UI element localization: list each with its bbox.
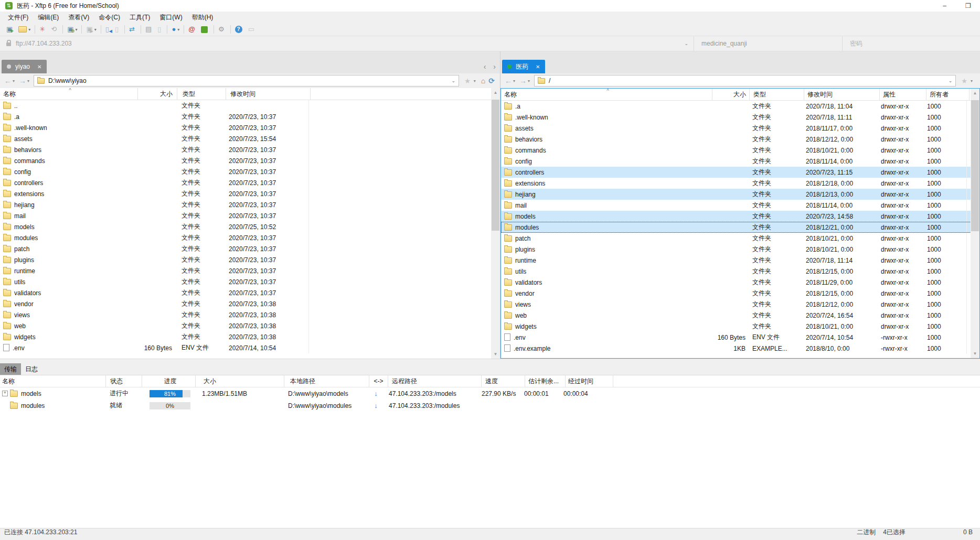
tab-transfer[interactable]: 传输	[0, 363, 21, 375]
xshell-icon[interactable]: @	[186, 24, 199, 35]
column-header-remote-path[interactable]: 远程路径	[388, 375, 482, 387]
reconnect-icon[interactable]: ⟲	[49, 24, 60, 35]
help-icon[interactable]: ?	[233, 24, 246, 35]
column-header-status[interactable]: 状态	[106, 375, 142, 387]
column-header-size[interactable]: 大小	[138, 88, 177, 100]
toolbar-button[interactable]	[214, 25, 214, 34]
column-header-type[interactable]: 类型	[177, 88, 226, 100]
file-row[interactable]: modules 文件夹 2018/12/21, 0:00 drwxr-xr-x …	[501, 222, 979, 233]
file-row[interactable]: extensions 文件夹 2018/12/18, 0:00 drwxr-xr…	[501, 178, 979, 189]
column-header-owner[interactable]: 所有者	[926, 89, 970, 100]
expand-icon[interactable]: +	[2, 391, 8, 396]
queue-icon[interactable]: ▤	[143, 24, 155, 35]
forward-history-caret-icon[interactable]: ▾	[528, 79, 530, 83]
tab-yiyao[interactable]: yiyao ✕	[2, 60, 47, 73]
file-row[interactable]: .. 文件夹	[0, 100, 500, 111]
column-header-mtime[interactable]: 修改时间	[226, 88, 311, 100]
column-header-name[interactable]: 名称	[0, 375, 106, 387]
file-row[interactable]: patch 文件夹 2020/7/23, 10:37	[0, 243, 500, 254]
local-scrollbar[interactable]: ▲ ▼	[491, 88, 500, 359]
url-input[interactable]: ftp://47.104.233.203 ⌄	[0, 36, 694, 51]
back-icon[interactable]: ←	[505, 77, 512, 85]
scroll-down-icon[interactable]: ▼	[491, 350, 500, 359]
tab-yiyao-remote[interactable]: 医药 ✕	[502, 60, 545, 73]
file-row[interactable]: vendor 文件夹 2020/7/23, 10:38	[0, 298, 500, 309]
local-path-input[interactable]: D:\www\yiyao ⌄	[34, 75, 459, 87]
forward-icon[interactable]: →	[519, 77, 527, 85]
forward-icon[interactable]: →	[19, 77, 26, 85]
options-gear-icon[interactable]: ⚙	[216, 24, 228, 35]
file-row[interactable]: validators 文件夹 2020/7/23, 10:37	[0, 287, 500, 298]
tab-log[interactable]: 日志	[21, 363, 42, 375]
transfer-row[interactable]: + models 进行中 81% 1.23MB/1.51MB D:\www\yi…	[0, 387, 980, 399]
back-history-caret-icon[interactable]: ▾	[513, 79, 515, 83]
horizontal-splitter[interactable]	[0, 359, 980, 363]
file-row[interactable]: assets 文件夹 2018/11/17, 0:00 drwxr-xr-x 1…	[501, 123, 979, 134]
password-input[interactable]: 密码	[843, 36, 980, 51]
column-header-speed[interactable]: 速度	[482, 375, 525, 387]
file-row[interactable]: .env 160 Bytes ENV 文件 2020/7/14, 10:54 -…	[501, 332, 979, 343]
transfer-row[interactable]: modules 就绪 0% D:\www\yiyao\modules ↓ 47.…	[0, 399, 980, 412]
file-row[interactable]: behaviors 文件夹 2018/12/12, 0:00 drwxr-xr-…	[501, 134, 979, 145]
open-in-terminal-icon[interactable]: ▣ ▶ ▾	[84, 24, 98, 35]
toolbar-button[interactable]	[35, 25, 35, 34]
column-header-mtime[interactable]: 修改时间	[804, 89, 880, 100]
file-row[interactable]: web 文件夹 2020/7/24, 16:54 drwxr-xr-x 1000	[501, 310, 979, 321]
file-row[interactable]: .env.example 1KB EXAMPLE... 2018/8/10, 0…	[501, 343, 979, 354]
menu-tools[interactable]: 工具(T)	[125, 13, 155, 22]
toolbar-button[interactable]	[167, 25, 167, 34]
session-properties-icon[interactable]: ▣ ⚙ ▾	[65, 24, 79, 35]
minimize-button[interactable]: –	[933, 0, 956, 12]
favorites-caret-icon[interactable]: ▾	[971, 79, 973, 83]
file-row[interactable]: plugins 文件夹 2018/10/21, 0:00 drwxr-xr-x …	[501, 244, 979, 255]
file-row[interactable]: hejiang 文件夹 2020/7/23, 10:37	[0, 199, 500, 210]
file-row[interactable]: extensions 文件夹 2020/7/23, 10:37	[0, 188, 500, 199]
toolbar-button[interactable]	[124, 25, 125, 34]
column-header-eta[interactable]: 估计剩余...	[525, 375, 566, 387]
open-icon[interactable]: ▾	[16, 24, 33, 35]
file-row[interactable]: models 文件夹 2020/7/25, 10:52	[0, 221, 500, 232]
remote-scrollbar[interactable]: ▲ ▼	[971, 89, 979, 358]
transfer-icon[interactable]: ▯ ◀	[103, 24, 113, 35]
menu-help[interactable]: 帮助(H)	[187, 13, 218, 22]
file-row[interactable]: .well-known 文件夹 2020/7/18, 11:11 drwxr-x…	[501, 112, 979, 123]
new-session-icon[interactable]: ▣ ✚	[4, 24, 16, 35]
toolbar-button[interactable]	[101, 25, 101, 34]
home-icon[interactable]: ⌂	[481, 77, 485, 85]
file-row[interactable]: config 文件夹 2020/7/23, 10:37	[0, 166, 500, 177]
file-row[interactable]: hejiang 文件夹 2018/12/13, 0:00 drwxr-xr-x …	[501, 189, 979, 200]
disconnect-icon[interactable]: ✳	[37, 24, 49, 35]
file-row[interactable]: utils 文件夹 2020/7/23, 10:37	[0, 276, 500, 287]
column-header-progress[interactable]: 进度	[142, 375, 196, 387]
file-row[interactable]: utils 文件夹 2018/12/15, 0:00 drwxr-xr-x 10…	[501, 266, 979, 277]
file-row[interactable]: controllers 文件夹 2020/7/23, 10:37	[0, 177, 500, 188]
menu-edit[interactable]: 编辑(E)	[33, 13, 63, 22]
file-row[interactable]: config 文件夹 2018/11/14, 0:00 drwxr-xr-x 1…	[501, 156, 979, 167]
tab-scroll-left-icon[interactable]: ‹	[484, 62, 486, 71]
file-row[interactable]: vendor 文件夹 2018/12/15, 0:00 drwxr-xr-x 1…	[501, 288, 979, 299]
column-header-size[interactable]: 大小	[196, 375, 284, 387]
copy-disabled-icon[interactable]: ▯	[155, 24, 165, 35]
toolbar-button[interactable]	[141, 25, 141, 34]
file-row[interactable]: validators 文件夹 2018/11/29, 0:00 drwxr-xr…	[501, 277, 979, 288]
tab-close-icon[interactable]: ✕	[536, 64, 540, 70]
toolbar-button[interactable]	[184, 25, 184, 34]
feedback-icon[interactable]: ▭	[246, 24, 258, 35]
file-row[interactable]: widgets 文件夹 2018/10/21, 0:00 drwxr-xr-x …	[501, 321, 979, 332]
file-row[interactable]: modules 文件夹 2020/7/23, 10:37	[0, 232, 500, 243]
maximize-button[interactable]: ❐	[956, 0, 980, 12]
favorites-star-icon[interactable]: ★	[464, 77, 471, 85]
scroll-down-icon[interactable]: ▼	[971, 349, 979, 358]
scroll-up-icon[interactable]: ▲	[971, 89, 979, 98]
scroll-up-icon[interactable]: ▲	[491, 88, 500, 97]
menu-file[interactable]: 文件(F)	[3, 13, 33, 22]
file-row[interactable]: runtime 文件夹 2020/7/18, 11:14 drwxr-xr-x …	[501, 255, 979, 266]
file-row[interactable]: plugins 文件夹 2020/7/23, 10:37	[0, 254, 500, 265]
encoding-globe-icon[interactable]: ● ▾	[169, 24, 182, 35]
transfer-disabled-icon[interactable]: ▯	[113, 24, 122, 35]
column-header-name[interactable]: 名称 ˄	[501, 89, 712, 100]
back-icon[interactable]: ←	[4, 77, 12, 85]
file-row[interactable]: .a 文件夹 2020/7/23, 10:37	[0, 111, 500, 122]
file-row[interactable]: behaviors 文件夹 2020/7/23, 10:37	[0, 144, 500, 155]
favorites-star-icon[interactable]: ★	[961, 77, 967, 85]
